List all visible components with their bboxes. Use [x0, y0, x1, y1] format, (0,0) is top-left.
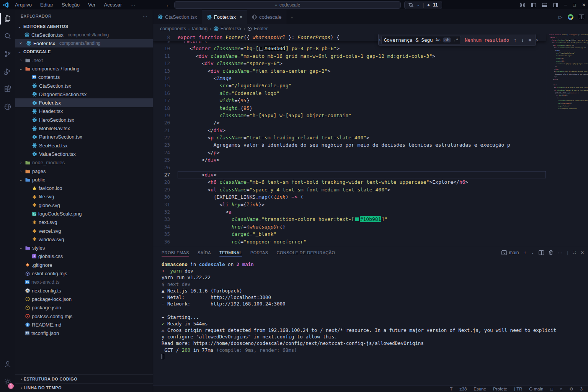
- tree-item-packagejson[interactable]: package.json: [15, 304, 153, 312]
- find-prev-icon[interactable]: ↑: [514, 38, 516, 43]
- terminal-process[interactable]: main: [501, 250, 519, 255]
- panel-tab-problemas[interactable]: PROBLEMAS: [162, 248, 189, 256]
- code-line-10[interactable]: 10<footer className="bg-[#060b0d] px-4 p…: [153, 45, 546, 52]
- activity-search[interactable]: [0, 28, 15, 45]
- menu-editar[interactable]: Editar: [37, 1, 57, 8]
- terminal[interactable]: damasceno in codescale on 2 main➜ yarn d…: [153, 258, 588, 360]
- tree-item-herosectiontsx[interactable]: HeroSection.tsx: [15, 116, 153, 124]
- tree-item-globesvg[interactable]: globe.svg: [15, 201, 153, 209]
- find-close-icon[interactable]: ✕: [536, 38, 539, 43]
- menu-seleo[interactable]: Seleção: [58, 1, 83, 8]
- open-editors-header[interactable]: ⌄ EDITORES ABERTOS: [15, 22, 153, 31]
- code-line-13[interactable]: 13<div className="flex items-center gap-…: [153, 67, 546, 75]
- code-line-33[interactable]: 33className="transition-colors hover:tex…: [153, 216, 546, 223]
- code-line-34[interactable]: 34href={whatsappUrl}: [153, 223, 546, 230]
- code-line-26[interactable]: 26: [153, 164, 546, 171]
- find-expand-icon[interactable]: ›: [379, 38, 381, 42]
- tree-item-pages[interactable]: ›pages: [15, 167, 153, 175]
- code-line-11[interactable]: 11<div className="mx-auto mb-16 grid max…: [153, 52, 546, 60]
- tree-item-public[interactable]: ⌄public: [15, 175, 153, 184]
- code-line-30[interactable]: 30{EXPLORE_LINKS.map((link) => (: [153, 193, 546, 201]
- activity-explorer[interactable]: [0, 10, 15, 28]
- run-button[interactable]: ▷: [559, 14, 562, 20]
- copilot-pill[interactable]: ⌄ | ● 11: [404, 1, 442, 9]
- tree-item-postcssconfigmjs[interactable]: postcss.config.mjs: [15, 312, 153, 320]
- tree-item-faviconico[interactable]: favicon.ico: [15, 184, 153, 192]
- code-line-12[interactable]: 12<div className="space-y-6">: [153, 60, 546, 67]
- tree-item-contentts[interactable]: TScontent.ts: [15, 73, 153, 82]
- open-editor-footertsx[interactable]: ×Footer.tsxcomponents/landing: [15, 39, 153, 47]
- code-line-25[interactable]: 25</div>: [153, 156, 546, 163]
- maximize-panel-icon[interactable]: ⛶: [573, 250, 576, 255]
- tree-item-nextconfigts[interactable]: Nnext.config.ts: [15, 286, 153, 295]
- code-line-32[interactable]: 32<a: [153, 208, 546, 216]
- browser-swirl-icon[interactable]: [568, 14, 573, 20]
- section-linha-do-tempo[interactable]: ›LINHA DO TEMPO: [15, 383, 153, 392]
- code-line-22[interactable]: 22<p className="text-sm leading-relaxed …: [153, 134, 546, 141]
- activity-source-control[interactable]: [0, 45, 15, 63]
- tab-overflow-chevron[interactable]: ⌄: [286, 10, 297, 24]
- activity-run-debug[interactable]: [0, 63, 15, 80]
- toggle-secondary-sidebar-icon[interactable]: [553, 3, 558, 7]
- close-icon[interactable]: ×: [18, 41, 24, 46]
- open-editor-ctasectiontsx[interactable]: CtaSection.tsxcomponents/landing: [15, 31, 153, 39]
- tree-item-next[interactable]: ›.next: [15, 56, 153, 64]
- section-estrutura-do-c-digo[interactable]: ›ESTRUTURA DO CÓDIGO: [15, 374, 153, 383]
- code-line-19[interactable]: 19className="h-[95px] w-[95px] object-co…: [153, 112, 546, 119]
- tree-item-ctasectiontsx[interactable]: CtaSection.tsx: [15, 82, 153, 90]
- tree-item-partnerssectiontsx[interactable]: PartnersSection.tsx: [15, 133, 153, 141]
- menu-acessar[interactable]: Acessar: [101, 1, 126, 8]
- panel-tab-portas[interactable]: PORTAS: [250, 248, 268, 256]
- close-panel-icon[interactable]: ✕: [580, 250, 584, 255]
- tree-item-mobilenavtsx[interactable]: MobileNav.tsx: [15, 124, 153, 132]
- maximize-button[interactable]: □: [573, 2, 576, 8]
- minimap[interactable]: 8export function Footer({ whatsappUrl }:…: [547, 34, 588, 118]
- status-item-[interactable]: ⚙: [569, 386, 573, 392]
- activity-copilot[interactable]: [0, 98, 15, 116]
- code-line-24[interactable]: 24</p>: [153, 149, 546, 156]
- tree-item-nextenvdts[interactable]: TSnext-env.d.ts: [15, 278, 153, 286]
- regex-toggle[interactable]: .*: [453, 38, 458, 42]
- menu-ver[interactable]: Ver: [85, 1, 99, 8]
- whole-word-toggle[interactable]: ab: [443, 38, 451, 42]
- status-item-profete[interactable]: Profete: [493, 387, 507, 391]
- code-line-16[interactable]: 16alt="Codescale logo": [153, 90, 546, 97]
- match-case-toggle[interactable]: Aa: [436, 38, 441, 42]
- color-swatch[interactable]: [259, 47, 263, 51]
- split-editor-icon[interactable]: [579, 15, 584, 19]
- customize-layout-icon[interactable]: [520, 3, 525, 7]
- status-item-3[interactable]: 3: [580, 387, 583, 391]
- tree-item-globalscss[interactable]: #globals.css: [15, 252, 153, 261]
- trash-icon[interactable]: [549, 250, 553, 255]
- tree-item-vercelsvg[interactable]: vercel.svg: [15, 227, 153, 235]
- tree-item-valuesectiontsx[interactable]: ValueSection.tsx: [15, 150, 153, 158]
- status-item-38[interactable]: ±38: [459, 387, 467, 391]
- code-line-35[interactable]: 35target="_blank": [153, 230, 546, 238]
- breadcrumb[interactable]: components›landing›Footer.tsx›Footer: [153, 24, 588, 34]
- tree-item-seoheadtsx[interactable]: SeoHead.tsx: [15, 141, 153, 150]
- tree-item-diagnosticsectiontsx[interactable]: DiagnosticSection.tsx: [15, 90, 153, 98]
- find-input[interactable]: Governança & Segu Aa ab .*: [381, 36, 461, 44]
- breadcrumb-footer[interactable]: Footer: [247, 26, 268, 31]
- toggle-sidebar-icon[interactable]: [531, 3, 536, 7]
- menu-[interactable]: ···: [127, 1, 139, 8]
- tree-item-headertsx[interactable]: Header.tsx: [15, 107, 153, 116]
- panel-tab-sa-da[interactable]: SAÍDA: [198, 248, 211, 256]
- explorer-more-icon[interactable]: ···: [143, 14, 147, 18]
- tree-item-nodemodules[interactable]: ›node_modules: [15, 158, 153, 167]
- code-line-36[interactable]: 36rel="noopener noreferrer": [153, 238, 546, 245]
- find-next-icon[interactable]: ↓: [521, 38, 524, 43]
- code-line-18[interactable]: 18height={95}: [153, 105, 546, 112]
- code-line-29[interactable]: 29<ul className="space-y-4 text-sm font-…: [153, 186, 546, 193]
- activity-settings[interactable]: 1: [0, 373, 15, 390]
- tree-item-footertsx[interactable]: Footer.tsx: [15, 98, 153, 107]
- breadcrumb-footertsx[interactable]: Footer.tsx: [214, 26, 242, 31]
- tree-item-readmemd[interactable]: iREADME.md: [15, 320, 153, 329]
- tab-footertsx[interactable]: Footer.tsx×: [202, 10, 247, 24]
- tab-codescale[interactable]: codescale: [247, 10, 287, 24]
- color-swatch[interactable]: [355, 217, 359, 221]
- tree-item-packagelockjson[interactable]: package-lock.json: [15, 295, 153, 303]
- new-terminal-button[interactable]: +: [523, 250, 526, 256]
- code-line-17[interactable]: 17width={95}: [153, 97, 546, 104]
- code-editor[interactable]: 8export function Footer({ whatsappUrl }:…: [153, 34, 588, 257]
